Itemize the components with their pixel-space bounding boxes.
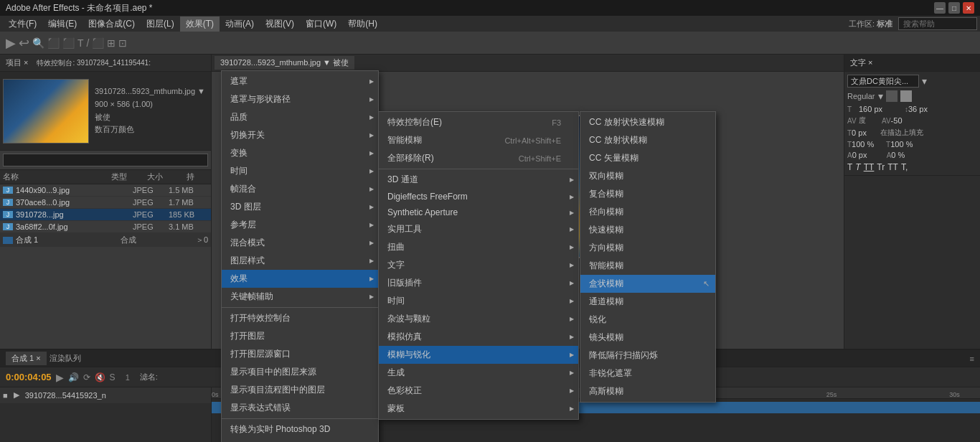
mute-btn[interactable]: 🔇 — [95, 372, 105, 382]
ctx-show-project[interactable]: 显示项目中的图层来源 — [222, 363, 378, 381]
ctx-effects[interactable]: 效果 — [222, 270, 378, 288]
ctx-effect-controls[interactable]: 特效控制台(E) F3 — [379, 113, 578, 131]
audio-btn[interactable]: 🔊 — [68, 372, 79, 382]
ctx-radial[interactable]: 径向模糊 — [580, 203, 715, 221]
ctx-keyframe[interactable]: 关键帧辅助 — [222, 288, 378, 306]
scale-v-value[interactable]: 100 % — [890, 140, 919, 149]
smallcaps-btn[interactable]: Tr — [877, 162, 885, 172]
ctx-synthetic[interactable]: Synthetic Aperture — [379, 204, 578, 220]
toolbar-icon-7[interactable]: / — [87, 37, 90, 49]
ctx-ps3d[interactable]: 转换为实时 Photoshop 3D — [222, 420, 378, 438]
toolbar-icon-4[interactable]: ⬛ — [47, 37, 60, 49]
ctx-show-expr-error[interactable]: 显示表达式错误 — [222, 399, 378, 417]
ctx-cc-radial-fast[interactable]: CC 放射状快速模糊 — [580, 113, 715, 131]
ctx-3d-channel[interactable]: 3D 通道 — [379, 171, 578, 189]
baseline-value[interactable]: 0 px — [852, 151, 881, 159]
ctx-gaussian[interactable]: 高斯模糊 — [580, 382, 715, 400]
ctx-transform[interactable]: 变换 — [222, 144, 378, 162]
ctx-show-flow[interactable]: 显示项目流程图中的图层 — [222, 381, 378, 399]
ctx-time-eff[interactable]: 时间 — [379, 292, 578, 310]
menu-help[interactable]: 帮助(H) — [342, 17, 383, 32]
ctx-distort[interactable]: 扭曲 — [379, 238, 578, 256]
font-name-input[interactable] — [847, 75, 919, 88]
ctx-matte2[interactable]: 蒙板 — [379, 400, 578, 418]
allcaps-btn[interactable]: TT — [887, 162, 898, 172]
toolbar-icon-8[interactable]: ⬛ — [92, 37, 104, 49]
timeline-options-icon[interactable]: ≡ — [970, 354, 974, 363]
ctx-lens[interactable]: 镜头模糊 — [580, 329, 715, 347]
ctx-bilateral[interactable]: 双向模糊 — [580, 167, 715, 185]
font-size-value[interactable]: 160 px — [859, 105, 902, 113]
ctx-color-correct[interactable]: 色彩校正 — [379, 382, 578, 400]
file-row-selected[interactable]: J 3910728...jpg JPEG 185 KB — [0, 209, 211, 221]
render-tab-label[interactable]: 渲染队列 — [50, 353, 81, 364]
italic-btn[interactable]: T — [855, 162, 860, 172]
ctx-simulate[interactable]: 模拟仿真 — [379, 328, 578, 346]
layer-name[interactable]: 3910728...54415923_n — [25, 391, 106, 400]
ctx-remove-all[interactable]: 全部移除(R) Ctrl+Shift+E — [379, 149, 578, 167]
toolbar-icon-9[interactable]: ⊞ — [107, 37, 116, 49]
ctx-channel[interactable]: 通道模糊 — [580, 293, 715, 311]
toolbar-icon-1[interactable]: ▶ — [6, 35, 16, 51]
ctx-smart-blur[interactable]: 智能模糊 Ctrl+Alt+Shift+E — [379, 131, 578, 149]
bold-btn[interactable]: T — [847, 162, 852, 172]
ctx-utility[interactable]: 实用工具 — [379, 220, 578, 238]
ctx-box[interactable]: 盒状模糊 ↖ — [580, 275, 715, 293]
toolbar-icon-10[interactable]: ⊡ — [118, 37, 127, 49]
ctx-open-layer[interactable]: 打开图层 — [222, 327, 378, 345]
maximize-button[interactable]: □ — [948, 2, 960, 14]
ctx-directional[interactable]: 方向模糊 — [580, 239, 715, 257]
ctx-quality[interactable]: 品质 — [222, 108, 378, 126]
super-btn[interactable]: T, — [901, 162, 908, 172]
right-panel-label[interactable]: 文字 × — [850, 57, 872, 68]
ctx-digi[interactable]: Digieffects FreeForm — [379, 189, 578, 204]
menu-edit[interactable]: 编辑(E) — [42, 17, 83, 32]
ctx-cc-vector[interactable]: CC 矢量模糊 — [580, 149, 715, 167]
menu-composition[interactable]: 图像合成(C) — [83, 17, 141, 32]
project-tab-label[interactable]: 项目 × — [6, 57, 28, 68]
timecode-display[interactable]: 0:00:04:05 — [6, 372, 52, 382]
controls-tab-label[interactable]: 特效控制台: 39107284_141195441: — [37, 58, 150, 68]
toolbar-icon-5[interactable]: ⬛ — [62, 37, 75, 49]
scale-h-value[interactable]: 100 % — [852, 140, 880, 149]
loop-btn[interactable]: ⟳ — [83, 372, 90, 382]
ctx-text-eff[interactable]: 文字 — [379, 256, 578, 274]
ctx-editable-text[interactable]: 转换为可编辑文字 — [222, 438, 378, 442]
menu-animation[interactable]: 动画(A) — [220, 17, 260, 32]
menu-view[interactable]: 视图(V) — [260, 17, 300, 32]
ctx-sharpen[interactable]: 锐化 — [580, 311, 715, 329]
ctx-generate[interactable]: 生成 — [379, 364, 578, 382]
color-picker-btn2[interactable] — [900, 90, 912, 102]
file-row[interactable]: J 370ace8...0.jpg JPEG 1.7 MB — [0, 197, 211, 209]
toolbar-icon-2[interactable]: ↩ — [19, 35, 29, 51]
toolbar-icon-6[interactable]: T — [77, 37, 84, 49]
toolbar-icon-3[interactable]: 🔍 — [32, 37, 44, 49]
ctx-3d-layer[interactable]: 3D 图层 — [222, 198, 378, 216]
menu-file[interactable]: 文件(F) — [3, 17, 42, 32]
skew-value[interactable]: 0 % — [891, 151, 920, 159]
file-row[interactable]: J 1440x90...9.jpg JPEG 1.5 MB — [0, 184, 211, 197]
ctx-guide-layer[interactable]: 参考层 — [222, 216, 378, 234]
tracking-value[interactable]: -50 — [891, 116, 903, 125]
ctx-open-controls[interactable]: 打开特效控制台 — [222, 309, 378, 327]
play-btn[interactable]: ▶ — [56, 372, 64, 383]
ctx-legacy[interactable]: 旧版插件 — [379, 274, 578, 292]
ctx-deinterlace[interactable]: 降低隔行扫描闪烁 — [580, 347, 715, 365]
search-help-input[interactable] — [898, 17, 977, 30]
font-dropdown-icon[interactable]: ▾ — [922, 75, 927, 87]
solo-btn[interactable]: S — [110, 372, 116, 382]
ctx-open-source[interactable]: 打开图层源窗口 — [222, 345, 378, 363]
layer-expand-icon[interactable]: ▶ — [14, 390, 19, 400]
font-style-dropdown[interactable]: ▾ — [878, 90, 883, 102]
comp-tab-label[interactable]: 合成 1 × — [6, 352, 47, 365]
underline-btn[interactable]: TT — [864, 162, 875, 172]
ctx-cc-radial[interactable]: CC 放射状模糊 — [580, 131, 715, 149]
ctx-fast[interactable]: 快速模糊 — [580, 221, 715, 239]
line-height-value[interactable]: 36 px — [908, 105, 944, 113]
timeline-layer-row[interactable]: ■ ▶ 3910728...54415923_n — [0, 387, 211, 403]
ctx-blur-sharpen[interactable]: 模糊与锐化 — [379, 346, 578, 364]
canvas-tab-label[interactable]: 3910728...5923_mthumb.jpg ▼ 被使 — [215, 56, 354, 70]
close-button[interactable]: ✕ — [963, 2, 974, 14]
ctx-noise[interactable]: 杂波与颗粒 — [379, 310, 578, 328]
stroke-value[interactable]: 0 px — [852, 128, 880, 137]
